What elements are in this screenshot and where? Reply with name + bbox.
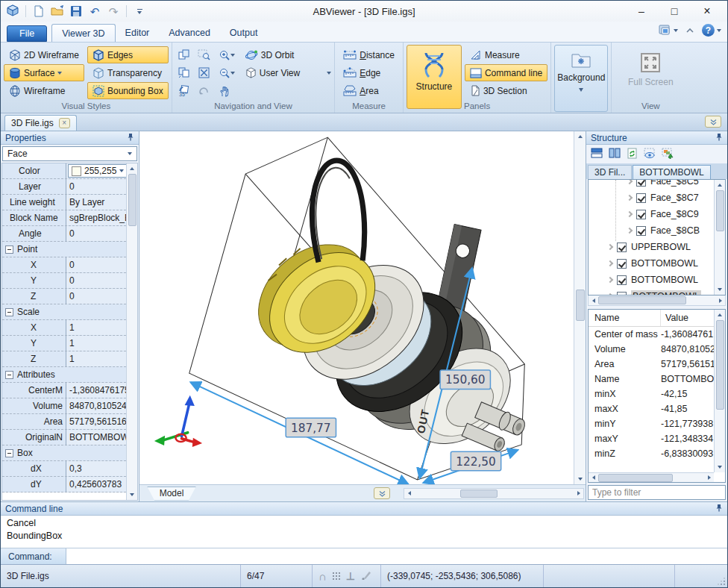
wireframe-button[interactable]: Wireframe (4, 82, 84, 99)
zoom-in-button[interactable] (216, 46, 238, 63)
properties-scrollbar[interactable] (126, 163, 137, 500)
sheet-set-button[interactable] (175, 46, 193, 63)
collapse-ribbon-button[interactable] (685, 25, 694, 36)
split-horizontal-button[interactable] (591, 148, 603, 160)
document-tab[interactable]: 3D File.igs × (4, 115, 77, 131)
property-row[interactable]: Y1 (2, 336, 126, 351)
property-row[interactable]: Angle0 (2, 226, 126, 242)
table-row[interactable]: maxX-41,85 (589, 401, 714, 416)
measure-area-button[interactable]: Area (338, 82, 400, 99)
2d-wireframe-button[interactable]: 2D Wireframe (4, 46, 84, 63)
property-group-row[interactable]: Scale (2, 304, 126, 320)
command-history[interactable]: Cancel BoundingBox (1, 516, 727, 548)
tab-list-button[interactable] (705, 116, 721, 128)
color-dropdown[interactable]: 255,255 (68, 164, 126, 178)
split-vertical-button[interactable] (609, 148, 621, 160)
command-input[interactable] (66, 548, 727, 564)
transparency-button[interactable]: Transparency (87, 64, 169, 81)
viewport-vertical-scrollbar[interactable] (574, 131, 586, 484)
resize-grip[interactable] (717, 565, 727, 587)
tree-item[interactable]: Face_$8CB (589, 222, 714, 239)
rotate-35-button[interactable]: 35° (175, 82, 193, 99)
table-scrollbar[interactable] (714, 310, 725, 472)
table-row[interactable]: Area57179,56151. (589, 357, 714, 372)
property-row[interactable]: Line weightBy Layer (2, 195, 126, 210)
tab-output[interactable]: Output (220, 24, 268, 42)
pan-button[interactable] (216, 82, 233, 99)
property-row[interactable]: X1 (2, 320, 126, 336)
save-button[interactable] (69, 4, 84, 19)
property-row[interactable]: X0 (2, 257, 126, 273)
minimize-button[interactable]: – (630, 3, 653, 19)
filter-box[interactable] (588, 485, 726, 500)
pin-icon[interactable] (127, 133, 134, 143)
tab-editor[interactable]: Editor (116, 24, 160, 42)
user-view-dropdown-caret[interactable] (327, 72, 331, 75)
zoom-window-button[interactable] (195, 46, 213, 63)
undo-button[interactable]: ↶ (87, 4, 102, 19)
property-row[interactable]: CenterM-1,36084761759 (2, 383, 126, 398)
3d-orbit-button[interactable]: 3D Orbit (240, 46, 300, 63)
table-row[interactable]: minY-121,773938 (589, 416, 714, 431)
select-entity-button[interactable] (662, 148, 674, 161)
table-row[interactable]: Volume84870,81052. (589, 342, 714, 357)
property-row[interactable]: Z1 (2, 351, 126, 367)
pin-icon[interactable] (715, 504, 723, 514)
filter-input[interactable] (589, 487, 725, 498)
surface-button[interactable]: Surface (4, 64, 84, 81)
table-row[interactable]: Center of mass-1,36084761. (589, 327, 714, 342)
structure-tab-file[interactable]: 3D Fil... (588, 165, 632, 179)
property-group-row[interactable]: Box (2, 445, 126, 461)
grid-toggle[interactable] (333, 572, 340, 580)
table-row[interactable]: minZ-6,83830093 (589, 446, 714, 461)
help-button[interactable]: ? (702, 24, 721, 37)
property-row[interactable]: dY0,425603783 (2, 477, 126, 492)
tree-item-selected[interactable]: BOTTOMBOWL (589, 288, 714, 295)
tree-horizontal-scrollbar[interactable] (588, 295, 726, 306)
property-row[interactable]: Z0 (2, 289, 126, 304)
tab-viewer-3d[interactable]: Viewer 3D (51, 24, 115, 42)
tree-item[interactable]: UPPERBOWL (589, 239, 714, 255)
close-button[interactable]: × (696, 3, 718, 19)
tree-item[interactable]: Face_$8C5 (589, 180, 714, 190)
table-row[interactable]: NameBOTTOMBO (589, 372, 714, 387)
full-screen-button[interactable]: Full Screen (615, 45, 686, 100)
measure-distance-button[interactable]: Distance (338, 46, 400, 63)
command-line-panel-button[interactable]: Command line (465, 64, 547, 81)
tree-item[interactable]: BOTTOMBOWL (589, 255, 714, 272)
edges-button[interactable]: Edges (87, 46, 169, 63)
tree-item[interactable]: Face_$8C7 (589, 190, 714, 206)
refresh-button[interactable] (627, 148, 638, 161)
zoom-extents-button[interactable] (195, 64, 213, 81)
pin-icon[interactable] (715, 133, 723, 143)
table-horizontal-scrollbar[interactable] (589, 472, 714, 482)
structure-tab-part[interactable]: BOTTOMBOWL (633, 165, 710, 179)
table-row[interactable]: minX-42,15 (589, 387, 714, 401)
layout-list-button[interactable] (374, 487, 390, 499)
property-row[interactable]: OriginalNBOTTOMBOWL (2, 430, 126, 445)
background-button[interactable]: Background (554, 45, 608, 112)
maximize-button[interactable]: □ (663, 3, 685, 19)
property-row[interactable]: Block NamesgBrepBlock_BO (2, 210, 126, 226)
redo-button[interactable]: ↷ (106, 4, 121, 19)
user-view-button[interactable]: User View (240, 64, 305, 81)
viewport-horizontal-scrollbar[interactable] (404, 488, 584, 499)
tree-scrollbar[interactable] (714, 180, 725, 295)
tab-file[interactable]: File (7, 25, 47, 42)
property-group-row[interactable]: Point (2, 242, 126, 257)
osnap-toggle[interactable]: ∩ (318, 570, 327, 583)
copy-view-button[interactable] (175, 64, 193, 81)
ortho-toggle[interactable]: ⊥ (346, 570, 355, 582)
property-row[interactable]: Layer0 (2, 179, 126, 195)
document-tab-close-icon[interactable]: × (59, 118, 70, 128)
property-row[interactable]: Volume84870,8105244 (2, 398, 126, 414)
zoom-out-button[interactable] (216, 64, 238, 81)
tree-item[interactable]: Face_$8C9 (589, 206, 714, 222)
property-row[interactable]: Color 255,255 (2, 163, 126, 179)
bounding-box-button[interactable]: Bounding Box (87, 82, 169, 99)
3d-viewport[interactable]: OUT (139, 131, 574, 484)
draw-toggle[interactable] (361, 570, 371, 582)
measure-edge-button[interactable]: Edge (338, 64, 400, 81)
ui-style-button[interactable] (658, 25, 678, 37)
property-row[interactable]: Y0 (2, 273, 126, 289)
